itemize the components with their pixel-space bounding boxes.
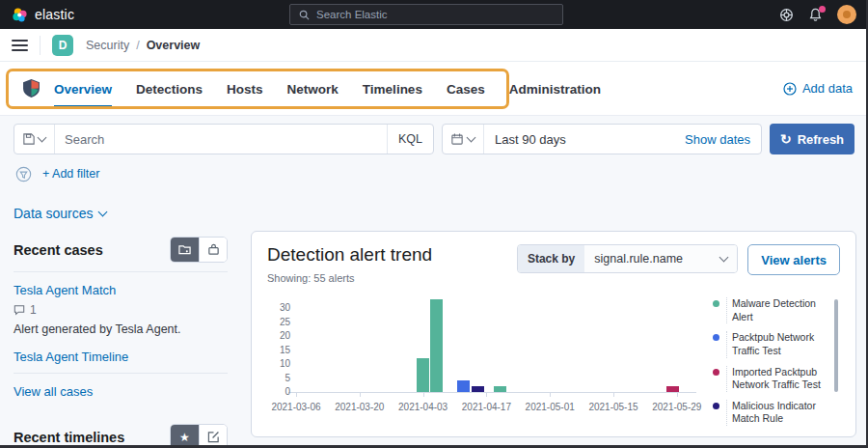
sidebar: Data sources Recent cases <box>14 200 228 448</box>
tab-cases[interactable]: Cases <box>447 70 485 107</box>
add-data-link[interactable]: Add data <box>783 81 853 96</box>
query-bar: KQL Last 90 days Show dates ↻ Refresh <box>14 124 854 154</box>
legend-label: Imported Packtpub Network Traffic Test <box>726 366 828 392</box>
chart-bar <box>472 386 484 392</box>
data-sources-dropdown[interactable]: Data sources <box>14 206 228 221</box>
tab-network[interactable]: Network <box>287 70 339 107</box>
my-reported-cases-button[interactable] <box>199 238 227 262</box>
y-axis-tick-label: 10 <box>267 358 290 369</box>
timeline-link[interactable]: Tesla Agent Timeline <box>14 350 228 364</box>
stack-by-control: Stack by signal.rule.name <box>517 244 738 273</box>
menu-icon[interactable] <box>12 40 28 51</box>
chevron-down-icon <box>38 133 47 143</box>
add-filter-link[interactable]: + Add filter <box>42 167 99 181</box>
global-search[interactable] <box>289 4 563 25</box>
kql-toggle[interactable]: KQL <box>387 125 433 154</box>
legend-label: Malware Detection Alert <box>726 297 828 323</box>
breadcrumb-security[interactable]: Security <box>86 39 129 52</box>
tab-timelines[interactable]: Timelines <box>363 70 422 107</box>
saved-query-menu-button[interactable] <box>14 125 55 154</box>
stack-by-label: Stack by <box>518 245 584 272</box>
date-range-value[interactable]: Last 90 days <box>484 132 566 147</box>
recent-timelines-title: Recent timelines <box>14 430 124 445</box>
legend-dot <box>713 369 719 376</box>
legend-item[interactable]: Packtpub Network Traffic Test <box>713 331 828 357</box>
stack-by-select[interactable]: signal.rule.name <box>584 245 737 272</box>
refresh-label: Refresh <box>798 132 844 147</box>
folder-icon <box>178 243 191 256</box>
edit-icon <box>207 431 220 443</box>
tab-detections[interactable]: Detections <box>136 70 203 107</box>
tab-hosts[interactable]: Hosts <box>227 70 263 107</box>
data-sources-label: Data sources <box>14 206 93 221</box>
tab-overview[interactable]: Overview <box>54 70 112 107</box>
chevron-down-icon <box>467 133 476 143</box>
x-axis-tick-mark <box>296 393 297 397</box>
view-alerts-button[interactable]: View alerts <box>747 244 840 275</box>
recently-created-cases-button[interactable] <box>171 238 199 262</box>
content-area: Data sources Recent cases <box>14 200 854 448</box>
divider <box>14 271 228 272</box>
chevron-down-icon <box>719 253 729 263</box>
date-quick-select-button[interactable] <box>443 125 484 154</box>
page-body: KQL Last 90 days Show dates ↻ Refresh <box>0 116 868 448</box>
x-axis-tick-label: 2021-05-29 <box>646 402 708 412</box>
case-description: Alert generated by Tesla Agent. <box>14 322 228 336</box>
chart-bar <box>430 299 443 392</box>
legend-item[interactable]: Malicious Indicator Match Rule <box>713 400 828 426</box>
y-axis-tick-label: 0 <box>267 386 290 397</box>
x-axis-tick-label: 2021-03-20 <box>329 402 391 412</box>
plus-circle-icon <box>783 82 797 96</box>
add-data-label: Add data <box>802 81 853 96</box>
stack-by-value: signal.rule.name <box>594 252 683 266</box>
chart-bar <box>666 386 679 392</box>
y-axis-tick-label: 5 <box>267 373 290 383</box>
legend-dot <box>713 300 719 307</box>
notification-dot <box>819 6 826 13</box>
search-input[interactable] <box>55 125 387 154</box>
comment-count-value: 1 <box>30 303 37 317</box>
show-dates-link[interactable]: Show dates <box>685 132 761 147</box>
y-axis-tick-label: 20 <box>267 330 290 341</box>
comment-icon <box>14 304 25 316</box>
x-axis-tick-mark <box>550 393 551 397</box>
filter-set-icon[interactable] <box>15 166 32 182</box>
date-picker: Last 90 days Show dates <box>442 124 762 154</box>
security-tab-bar: Overview Detections Hosts Network Timeli… <box>0 62 868 116</box>
legend-item[interactable]: Imported Packtpub Network Traffic Test <box>713 366 828 392</box>
x-axis-tick-label: 2021-05-01 <box>519 402 581 412</box>
legend-label: Malicious Indicator Match Rule <box>726 400 828 426</box>
space-badge[interactable]: D <box>52 35 73 56</box>
x-axis-tick-mark <box>613 393 614 397</box>
panel-title: Detection alert trend <box>267 244 432 266</box>
legend-dot <box>713 334 719 341</box>
chart-plot: 0510152025302021-03-062021-03-202021-04-… <box>267 295 713 417</box>
tab-administration[interactable]: Administration <box>509 70 601 107</box>
chart-bar <box>494 386 506 392</box>
breadcrumb-separator: / <box>136 39 139 52</box>
elastic-logo-icon <box>12 7 28 23</box>
x-axis-tick-mark <box>486 393 487 397</box>
legend-item[interactable]: Malware Detection Alert <box>713 297 828 323</box>
chart-legend: Malware Detection AlertPacktpub Network … <box>713 295 840 434</box>
breadcrumb: Security / Overview <box>86 39 200 52</box>
case-link[interactable]: Tesla Agent Match <box>14 283 228 297</box>
user-avatar[interactable] <box>837 5 856 24</box>
legend-scrollbar[interactable] <box>834 299 838 392</box>
legend-label: Packtpub Network Traffic Test <box>726 331 828 357</box>
calendar-icon <box>451 133 463 145</box>
kql-search-bar: KQL <box>14 124 434 154</box>
elastic-logo[interactable]: elastic <box>12 7 74 23</box>
y-axis-tick-label: 30 <box>267 302 290 313</box>
view-all-cases-link[interactable]: View all cases <box>14 384 228 399</box>
star-icon: ★ <box>179 432 190 443</box>
chart-area: 0510152025302021-03-062021-03-202021-04-… <box>267 295 840 434</box>
refresh-button[interactable]: ↻ Refresh <box>770 124 854 154</box>
global-search-input[interactable] <box>316 9 554 20</box>
help-button[interactable] <box>779 8 794 22</box>
x-axis-line <box>288 392 696 393</box>
help-icon <box>779 8 794 22</box>
filter-row: + Add filter <box>15 161 853 186</box>
search-icon <box>299 10 310 20</box>
notifications-button[interactable] <box>808 8 823 22</box>
